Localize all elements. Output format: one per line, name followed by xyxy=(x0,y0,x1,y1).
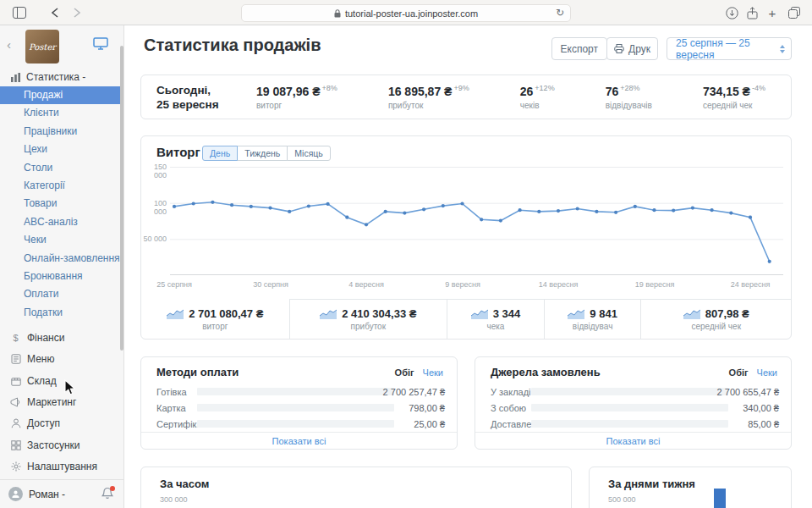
mini-chart-icon xyxy=(568,308,584,319)
export-button-label: Експорт xyxy=(561,43,598,55)
sidebar-item-online-orders[interactable]: Онлайн-замовлення xyxy=(0,250,123,268)
sidebar-section-statistics[interactable]: Статистика - xyxy=(0,68,123,86)
poster-logo[interactable]: Poster xyxy=(25,30,59,64)
sidebar-item-tables[interactable]: Столи xyxy=(0,159,123,177)
collapse-sidebar-icon[interactable]: ‹ xyxy=(7,37,11,52)
by-time-axis-label: 300 000 xyxy=(160,495,188,504)
period-totals-row: 2 701 080,47 ₴ виторг 2 410 304,33 ₴ при… xyxy=(141,299,791,339)
sidebar-item-products[interactable]: Товари xyxy=(0,195,123,213)
main-content: Статистика продажів Експорт Друк 25 серп… xyxy=(124,25,812,508)
sidebar-item-employees[interactable]: Працівники xyxy=(0,123,123,141)
source-row-takeaway: З собою 340,00 ₴ xyxy=(475,400,791,416)
sidebar-item-taxes[interactable]: Податки xyxy=(0,304,123,322)
x-tick-0: 25 серпня xyxy=(145,280,204,289)
payment-methods-title: Методи оплати xyxy=(156,366,239,378)
updown-arrows-icon xyxy=(780,45,785,53)
sidebar-header: ‹ Poster xyxy=(0,25,123,68)
toggle-receipts[interactable]: Чеки xyxy=(423,367,443,378)
x-tick-3: 9 вересня xyxy=(433,280,492,289)
tab-day[interactable]: День xyxy=(202,146,238,161)
sidebar-item-payments[interactable]: Оплати xyxy=(0,285,123,303)
browser-forward-icon[interactable] xyxy=(69,6,85,19)
total-receipts[interactable]: 3 344 чека xyxy=(447,299,544,339)
today-stat-revenue: 19 087,96 ₴+8% виторг xyxy=(256,84,337,110)
total-revenue[interactable]: 2 701 080,47 ₴ виторг xyxy=(141,299,289,339)
today-summary-card: Сьогодні, 25 вересня 19 087,96 ₴+8% вито… xyxy=(140,75,792,119)
user-menu[interactable]: Роман - xyxy=(0,479,123,508)
browser-sidebar-toggle-icon[interactable] xyxy=(12,6,27,19)
payment-row-certificate: Сертифікат 25,00 ₴ xyxy=(141,416,457,432)
sidebar-item-workshops[interactable]: Цехи xyxy=(0,141,123,158)
refresh-icon[interactable]: ↻ xyxy=(556,7,564,19)
toggle-turnover[interactable]: Обіг xyxy=(729,367,749,378)
toggle-receipts[interactable]: Чеки xyxy=(757,367,777,378)
by-weekday-card: За днями тижня 500 000 xyxy=(589,467,792,508)
revenue-line-chart xyxy=(170,167,783,276)
sidebar-item-settings-label: Налаштування xyxy=(27,461,97,472)
sidebar-item-clients[interactable]: Клієнти xyxy=(0,104,123,122)
by-time-title: За часом xyxy=(160,478,209,490)
marketing-icon xyxy=(10,396,21,407)
print-button[interactable]: Друк xyxy=(606,37,658,60)
tab-overview-icon[interactable] xyxy=(787,6,802,19)
y-tick-150000: 150 000 xyxy=(143,163,167,179)
access-icon xyxy=(10,418,21,429)
weekday-bar xyxy=(714,489,726,508)
new-tab-icon[interactable]: + xyxy=(765,6,780,19)
revenue-chart-card: Виторг День Тиждень Місяць 150 000 100 0… xyxy=(140,135,792,340)
sidebar-item-marketing[interactable]: Маркетинг xyxy=(0,391,123,412)
sidebar-item-sales[interactable]: Продажі xyxy=(0,86,123,104)
lock-icon xyxy=(334,9,341,18)
revenue-chart-title: Виторг xyxy=(156,145,200,159)
stock-icon xyxy=(10,375,21,386)
order-sources-toggle: Обіг Чеки xyxy=(729,367,777,378)
sidebar-item-menu[interactable]: Меню xyxy=(0,348,123,369)
by-time-card: За часом 300 000 xyxy=(140,467,572,508)
export-button[interactable]: Експорт xyxy=(551,37,607,60)
total-profit[interactable]: 2 410 304,33 ₴ прибуток xyxy=(289,299,447,339)
sidebar-item-menu-label: Меню xyxy=(27,353,54,365)
y-tick-50000: 50 000 xyxy=(143,235,167,243)
sidebar-item-reservations[interactable]: Бронювання xyxy=(0,268,123,285)
sidebar-item-receipts[interactable]: Чеки xyxy=(0,231,123,249)
mini-chart-icon xyxy=(471,308,488,319)
date-range-value: 25 серпня — 25 вересня xyxy=(676,37,780,61)
printer-icon xyxy=(614,44,624,53)
payment-methods-card: Методи оплати Обіг Чеки Готівка 2 700 25… xyxy=(140,356,458,450)
date-range-picker[interactable]: 25 серпня — 25 вересня xyxy=(667,37,792,60)
address-bar[interactable]: tutorial-poster-ua.joinposter.com ↻ xyxy=(241,4,571,22)
order-sources-card: Джерела замовлень Обіг Чеки У закладі 2 … xyxy=(475,356,792,450)
terminal-icon[interactable] xyxy=(93,37,108,50)
settings-icon xyxy=(10,461,21,472)
sidebar-item-finance[interactable]: $ Фінанси xyxy=(0,327,123,348)
tab-month[interactable]: Місяць xyxy=(287,146,331,161)
by-weekday-title: За днями тижня xyxy=(608,478,695,490)
order-sources-title: Джерела замовлень xyxy=(491,366,601,378)
total-visitors[interactable]: 9 841 відвідувач xyxy=(544,299,641,339)
toggle-turnover[interactable]: Обіг xyxy=(395,367,414,378)
show-all-payments-link[interactable]: Показати всі xyxy=(141,432,457,450)
payment-row-card: Картка 798,00 ₴ xyxy=(141,400,457,416)
sidebar-item-access[interactable]: Доступ xyxy=(0,413,123,434)
total-avg-receipt[interactable]: 807,98 ₴ середній чек xyxy=(640,299,791,339)
today-stat-profit: 16 895,87 ₴+9% прибуток xyxy=(388,84,469,110)
sidebar-item-apps[interactable]: Застосунки xyxy=(0,434,123,456)
notifications-bell-icon[interactable] xyxy=(102,487,113,500)
show-all-sources-link[interactable]: Показати всі xyxy=(475,432,791,450)
payment-row-cash: Готівка 2 700 257,47 ₴ xyxy=(141,384,457,400)
browser-chrome: tutorial-poster-ua.joinposter.com ↻ + xyxy=(0,0,812,25)
sidebar-item-access-label: Доступ xyxy=(27,417,60,429)
user-name: Роман - xyxy=(29,489,65,500)
sidebar-section-statistics-label: Статистика - xyxy=(26,71,85,83)
sidebar-item-categories[interactable]: Категорії xyxy=(0,177,123,195)
sidebar-item-settings[interactable]: Налаштування xyxy=(0,456,123,477)
downloads-icon[interactable] xyxy=(724,6,739,19)
tab-week[interactable]: Тиждень xyxy=(237,146,288,161)
browser-back-icon[interactable] xyxy=(47,6,63,19)
mini-chart-icon xyxy=(167,308,184,319)
sidebar-item-abc-analysis[interactable]: ABC-аналіз xyxy=(0,213,123,231)
sidebar-scrollbar[interactable] xyxy=(120,46,123,351)
share-icon[interactable] xyxy=(744,6,760,19)
x-tick-2: 4 вересня xyxy=(337,280,396,289)
sidebar-item-stock[interactable]: Склад xyxy=(0,370,123,391)
